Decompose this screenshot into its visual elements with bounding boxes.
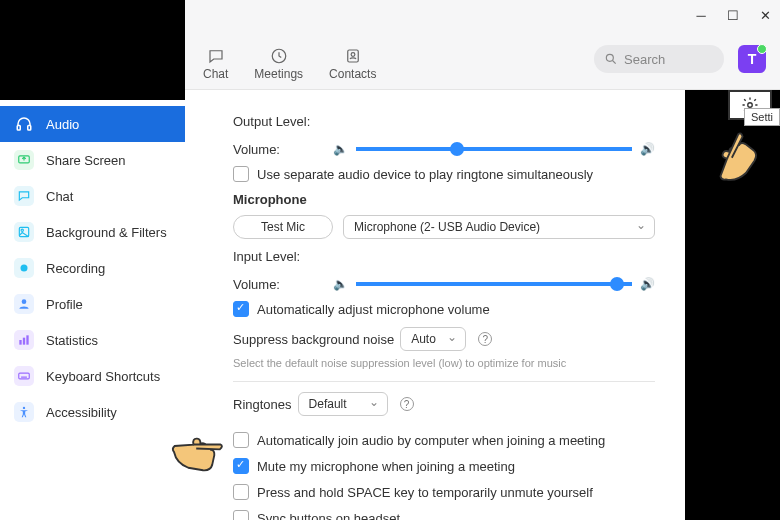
profile-icon [14, 294, 34, 314]
separate-ringtone-label: Use separate audio device to play ringto… [257, 167, 593, 182]
sync-headset-checkbox[interactable] [233, 510, 249, 520]
sync-headset-label: Sync buttons on headset [257, 511, 400, 521]
suppress-noise-dropdown[interactable]: Auto [400, 327, 466, 351]
sidebar-item-label: Background & Filters [46, 225, 167, 240]
settings-sidebar: Audio Share Screen Chat Background & Fil… [0, 100, 185, 520]
separate-ringtone-checkbox[interactable] [233, 166, 249, 182]
test-mic-button[interactable]: Test Mic [233, 215, 333, 239]
sidebar-item-label: Share Screen [46, 153, 126, 168]
sidebar-item-label: Chat [46, 189, 73, 204]
help-icon[interactable]: ? [400, 397, 414, 411]
sidebar-item-profile[interactable]: Profile [0, 286, 185, 322]
svg-point-9 [21, 229, 23, 231]
sidebar-item-label: Recording [46, 261, 105, 276]
sidebar-item-background[interactable]: Background & Filters [0, 214, 185, 250]
sidebar-item-label: Audio [46, 117, 79, 132]
svg-rect-12 [19, 340, 21, 345]
close-icon[interactable]: ✕ [758, 8, 772, 22]
input-level-label: Input Level: [233, 249, 333, 264]
auto-join-label: Automatically join audio by computer whe… [257, 433, 605, 448]
chat-bubble-icon [207, 47, 225, 65]
nav-label: Contacts [329, 67, 376, 81]
statistics-icon [14, 330, 34, 350]
nav-label: Chat [203, 67, 228, 81]
search-placeholder: Search [624, 52, 665, 67]
ringtones-dropdown[interactable]: Default [298, 392, 388, 416]
svg-point-2 [351, 53, 355, 57]
svg-point-10 [21, 265, 28, 272]
share-screen-icon [14, 150, 34, 170]
minimize-icon[interactable]: ─ [694, 8, 708, 22]
output-level-label: Output Level: [233, 114, 333, 129]
auto-adjust-label: Automatically adjust microphone volume [257, 302, 490, 317]
sidebar-item-keyboard[interactable]: Keyboard Shortcuts [0, 358, 185, 394]
recording-icon [14, 258, 34, 278]
headphones-icon [14, 114, 34, 134]
svg-point-16 [23, 407, 25, 409]
sidebar-item-label: Keyboard Shortcuts [46, 369, 160, 384]
auto-adjust-checkbox[interactable] [233, 301, 249, 317]
suppress-hint: Select the default noise suppression lev… [233, 357, 655, 369]
search-icon [604, 52, 618, 66]
nav-label: Meetings [254, 67, 303, 81]
nav-contacts[interactable]: Contacts [329, 47, 376, 81]
accessibility-icon [14, 402, 34, 422]
pointing-hand-annotation [703, 128, 765, 190]
space-unmute-label: Press and hold SPACE key to temporarily … [257, 485, 593, 500]
speaker-high-icon: 🔊 [640, 142, 655, 156]
speaker-volume-slider[interactable] [356, 147, 632, 151]
space-unmute-checkbox[interactable] [233, 484, 249, 500]
svg-point-11 [22, 299, 27, 304]
auto-join-checkbox[interactable] [233, 432, 249, 448]
svg-rect-13 [23, 338, 25, 345]
sidebar-item-label: Profile [46, 297, 83, 312]
sidebar-item-recording[interactable]: Recording [0, 250, 185, 286]
svg-rect-5 [17, 126, 20, 131]
chat-icon [14, 186, 34, 206]
avatar[interactable]: T [738, 45, 766, 73]
sidebar-item-label: Accessibility [46, 405, 117, 420]
settings-tooltip: Setti [744, 108, 780, 126]
divider [233, 381, 655, 382]
svg-rect-6 [28, 126, 31, 131]
maximize-icon[interactable]: ☐ [726, 8, 740, 22]
clock-icon [270, 47, 288, 65]
sidebar-item-share-screen[interactable]: Share Screen [0, 142, 185, 178]
keyboard-icon [14, 366, 34, 386]
svg-point-4 [748, 103, 753, 108]
mic-device-dropdown[interactable]: Microphone (2- USB Audio Device) [343, 215, 655, 239]
nav-meetings[interactable]: Meetings [254, 47, 303, 81]
background-icon [14, 222, 34, 242]
speaker-low-icon: 🔈 [333, 142, 348, 156]
ringtones-label: Ringtones [233, 397, 292, 412]
sidebar-item-label: Statistics [46, 333, 98, 348]
suppress-noise-label: Suppress background noise [233, 332, 394, 347]
sidebar-item-accessibility[interactable]: Accessibility [0, 394, 185, 430]
contacts-icon [344, 47, 362, 65]
sidebar-item-chat[interactable]: Chat [0, 178, 185, 214]
avatar-initial: T [748, 51, 757, 67]
volume-label: Volume: [233, 142, 333, 157]
svg-point-3 [606, 54, 613, 61]
mute-join-checkbox[interactable] [233, 458, 249, 474]
volume-label-mic: Volume: [233, 277, 333, 292]
speaker-low-icon: 🔈 [333, 277, 348, 291]
sidebar-item-statistics[interactable]: Statistics [0, 322, 185, 358]
svg-rect-15 [19, 373, 30, 379]
settings-content: Output Level: Volume:🔈🔊 Use separate aud… [185, 90, 685, 520]
nav-chat[interactable]: Chat [203, 47, 228, 81]
mute-join-label: Mute my microphone when joining a meetin… [257, 459, 515, 474]
svg-rect-14 [26, 335, 28, 344]
speaker-high-icon: 🔊 [640, 277, 655, 291]
help-icon[interactable]: ? [478, 332, 492, 346]
microphone-heading: Microphone [233, 192, 655, 207]
app-header: ─ ☐ ✕ Chat Meetings Contacts Search T [185, 0, 780, 90]
mic-volume-slider[interactable] [356, 282, 632, 286]
search-input[interactable]: Search [594, 45, 724, 73]
sidebar-item-audio[interactable]: Audio [0, 106, 185, 142]
